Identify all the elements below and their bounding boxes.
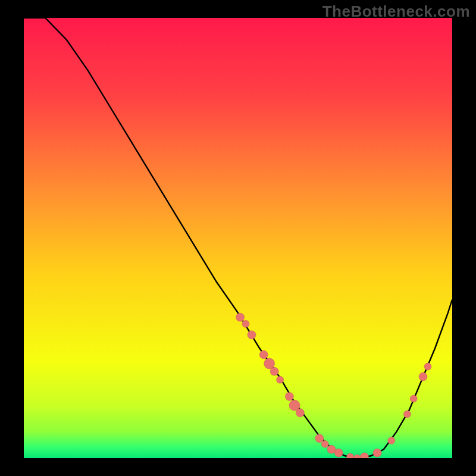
data-marker <box>419 372 427 381</box>
data-marker <box>264 358 275 369</box>
data-marker <box>259 350 268 359</box>
data-marker <box>373 449 381 457</box>
data-marker <box>248 331 256 339</box>
data-marker <box>270 367 278 375</box>
data-marker <box>403 411 411 418</box>
chart-frame: TheBottleneck.com <box>0 0 476 476</box>
data-marker <box>424 363 431 370</box>
gradient-background <box>24 18 452 458</box>
data-marker <box>285 392 293 400</box>
data-marker <box>296 409 304 417</box>
data-marker <box>242 320 249 327</box>
data-marker <box>277 376 284 383</box>
plot-svg <box>24 18 452 458</box>
data-marker <box>388 437 395 444</box>
data-marker <box>327 445 336 453</box>
data-marker <box>334 449 343 457</box>
data-marker <box>236 313 245 321</box>
watermark-text: TheBottleneck.com <box>322 2 470 21</box>
data-marker <box>321 440 328 447</box>
plot-area <box>24 18 452 458</box>
data-marker <box>315 434 324 443</box>
data-marker <box>410 395 417 402</box>
